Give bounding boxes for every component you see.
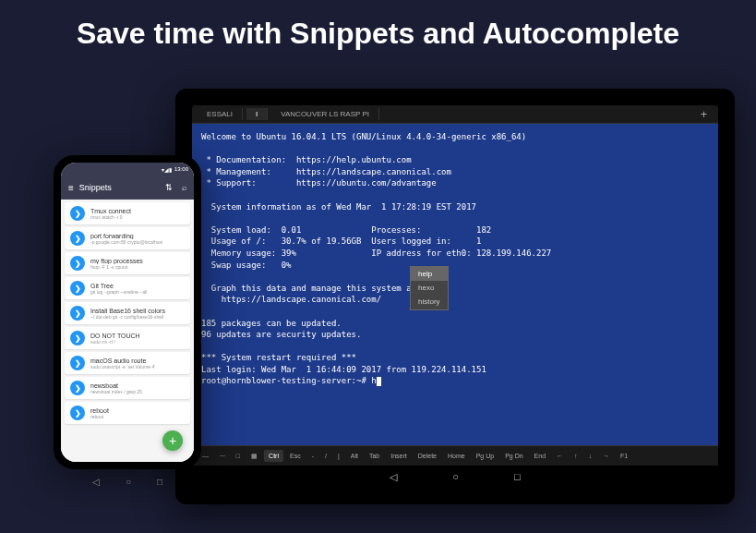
autocomplete-option[interactable]: history <box>411 295 448 309</box>
toolbar-key[interactable]: Pg Up <box>472 450 498 462</box>
snippet-title: Git Tree <box>90 283 147 289</box>
terminal-tab[interactable]: ESSALI <box>198 108 243 120</box>
snippet-item[interactable]: ❯my ftop processeshtop -F 1 -s cputot <box>65 252 190 274</box>
snippet-item[interactable]: ❯Tmux connecttmux attach -t 0 <box>65 202 190 224</box>
snippet-subtitle: sudo rm -rf / <box>90 339 140 345</box>
snippet-item[interactable]: ❯Git Treegit log --graph --oneline --all <box>65 277 190 299</box>
snippet-item[interactable]: ❯rebootreboot <box>65 402 190 424</box>
snippet-icon: ❯ <box>70 306 85 321</box>
toolbar-key[interactable]: Alt <box>346 450 363 462</box>
snippet-list: ❯Tmux connecttmux attach -t 0❯port forwa… <box>61 200 194 462</box>
snippet-icon: ❯ <box>70 356 85 370</box>
add-snippet-button[interactable]: + <box>162 430 183 451</box>
add-tab-button[interactable]: + <box>695 108 713 121</box>
phone-device: ▾◢▮ 13:00 ≡ Snippets ⇅ ⌕ ❯Tmux connecttm… <box>54 155 201 469</box>
snippet-title: macOS audio route <box>90 357 155 364</box>
snippet-title: port forwarding <box>90 233 162 239</box>
home-icon[interactable]: ○ <box>452 471 459 482</box>
tablet-nav-bar: ◁ ○ □ <box>192 466 718 488</box>
phone-status-bar: ▾◢▮ 13:00 <box>61 163 194 176</box>
snippet-item[interactable]: ❯DO NOT TOUCHsudo rm -rf / <box>65 327 190 349</box>
snippet-item[interactable]: ❯Install Base16 shell colors~/.dot-deb g… <box>65 302 190 324</box>
snippet-title: Tmux connect <box>90 208 131 214</box>
autocomplete-option[interactable]: help <box>411 267 448 281</box>
snippet-subtitle: -p google.com:80 crypto@localhost <box>90 239 162 245</box>
recent-icon[interactable]: □ <box>514 471 521 482</box>
toolbar-key[interactable]: Tab <box>365 450 384 462</box>
snippet-title: DO NOT TOUCH <box>90 333 140 339</box>
terminal-output[interactable]: Welcome to Ubuntu 16.04.1 LTS (GNU/Linux… <box>192 124 718 445</box>
toolbar-key[interactable]: ↑ <box>570 450 582 462</box>
snippet-subtitle: git log --graph --oneline --all <box>90 289 147 295</box>
recent-icon[interactable]: □ <box>157 477 162 487</box>
toolbar-key[interactable]: | <box>333 450 344 462</box>
tablet-device: ESSALIIVANCOUVER LS RASP PI+ Welcome to … <box>175 89 735 504</box>
search-icon[interactable]: ⌕ <box>182 183 186 192</box>
autocomplete-option[interactable]: hexo <box>411 281 448 295</box>
snippet-subtitle: sudo osascript -e 'set Volume 4' <box>90 364 155 369</box>
snippet-item[interactable]: ❯port forwarding-p google.com:80 crypto@… <box>65 227 190 249</box>
toolbar-key[interactable]: ← <box>552 450 568 462</box>
snippet-subtitle: ~/.dot-deb git -c config/base16-shell <box>90 314 165 320</box>
toolbar-key[interactable]: Delete <box>414 450 441 462</box>
toolbar-key[interactable]: F1 <box>616 450 632 462</box>
back-icon[interactable]: ◁ <box>92 477 100 487</box>
back-icon[interactable]: ◁ <box>390 471 397 483</box>
toolbar-key[interactable]: ▦ <box>246 450 262 463</box>
tablet-screen: ESSALIIVANCOUVER LS RASP PI+ Welcome to … <box>192 105 718 488</box>
signal-icon: ▾◢▮ <box>162 166 172 173</box>
toolbar-key[interactable]: / <box>320 450 331 462</box>
terminal-tab-bar: ESSALIIVANCOUVER LS RASP PI+ <box>192 105 718 124</box>
snippet-subtitle: htop -F 1 -s cputot <box>90 264 143 270</box>
toolbar-key[interactable]: ··· <box>215 450 230 462</box>
toolbar-key[interactable]: Insert <box>386 450 412 462</box>
snippet-icon: ❯ <box>70 406 85 420</box>
page-headline: Save time with Snippets and Autocomplete <box>0 0 756 51</box>
phone-screen: ▾◢▮ 13:00 ≡ Snippets ⇅ ⌕ ❯Tmux connecttm… <box>61 163 194 462</box>
snippet-title: newsboat <box>90 382 142 389</box>
menu-icon[interactable]: ≡ <box>68 183 74 193</box>
snippet-icon: ❯ <box>70 206 85 221</box>
sort-icon[interactable]: ⇅ <box>165 183 173 192</box>
phone-header-title: Snippets <box>79 183 156 192</box>
snippet-subtitle: reboot <box>90 414 109 419</box>
snippet-icon: ❯ <box>70 331 85 345</box>
snippet-icon: ❯ <box>70 281 85 296</box>
toolbar-key[interactable]: Pg Dn <box>500 450 527 462</box>
toolbar-key[interactable]: → <box>598 450 614 462</box>
snippet-title: reboot <box>90 407 109 414</box>
phone-header: ≡ Snippets ⇅ ⌕ <box>61 176 194 200</box>
toolbar-key[interactable]: □ <box>232 450 245 462</box>
snippet-title: my ftop processes <box>90 258 143 264</box>
snippet-icon: ❯ <box>70 256 85 271</box>
snippet-icon: ❯ <box>70 231 85 246</box>
toolbar-key[interactable]: End <box>530 450 550 462</box>
status-time: 13:00 <box>174 166 188 172</box>
terminal-tab[interactable]: VANCOUVER LS RASP PI <box>271 108 379 120</box>
toolbar-key[interactable]: Esc <box>285 450 306 462</box>
snippet-title: Install Base16 shell colors <box>90 308 165 314</box>
snippet-subtitle: tmux attach -t 0 <box>90 214 131 220</box>
terminal-tab[interactable]: I <box>246 108 268 120</box>
snippet-item[interactable]: ❯newsboatnewsboat index / grep 25 <box>65 377 190 399</box>
home-icon[interactable]: ○ <box>126 477 131 487</box>
toolbar-key[interactable]: Ctrl <box>264 450 283 462</box>
autocomplete-popup[interactable]: helphexohistory <box>410 266 449 310</box>
toolbar-key[interactable]: ↓ <box>584 450 597 462</box>
toolbar-key[interactable]: Home <box>443 450 470 462</box>
snippet-subtitle: newsboat index / grep 25 <box>90 389 142 394</box>
toolbar-key[interactable]: - <box>307 450 318 462</box>
terminal-toolbar: —···□▦CtrlEsc-/|AltTabInsertDeleteHomePg… <box>192 445 718 466</box>
phone-nav-bar: ◁ ○ □ <box>54 473 201 490</box>
snippet-item[interactable]: ❯macOS audio routesudo osascript -e 'set… <box>65 352 190 374</box>
snippet-icon: ❯ <box>70 381 85 395</box>
